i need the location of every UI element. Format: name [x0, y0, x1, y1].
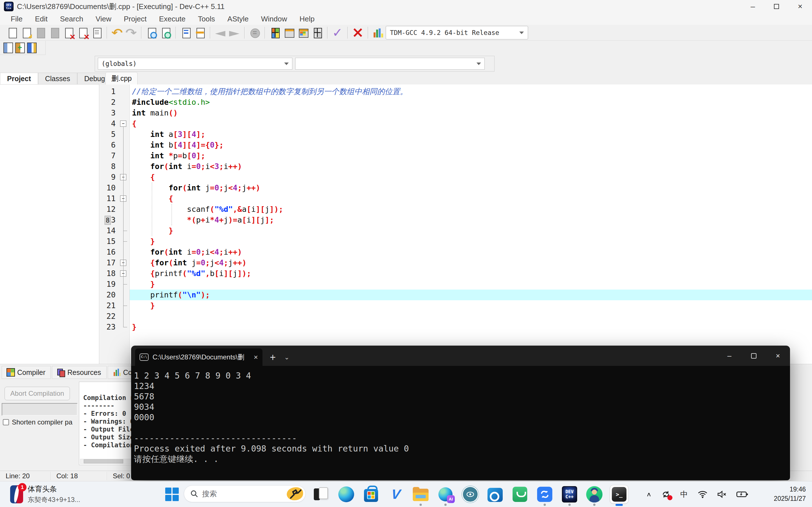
green-store-button[interactable] [507, 482, 532, 507]
menu-project[interactable]: Project [117, 15, 153, 23]
profile-icon[interactable] [371, 26, 385, 39]
eye-protect-button[interactable] [458, 482, 483, 507]
devcpp-button[interactable]: DEVC++ [557, 482, 582, 507]
ai-badge: AI [447, 495, 455, 503]
update-icon[interactable] [661, 490, 671, 499]
next-mark-icon[interactable] [193, 26, 207, 39]
close-icon[interactable] [62, 26, 75, 39]
replace-icon[interactable] [159, 26, 172, 39]
shorten-paths-checkbox[interactable] [3, 419, 9, 425]
tab-resources[interactable]: Resources [52, 366, 107, 379]
terminal-tab[interactable]: C:\Users\28769\Documents\删 × [135, 348, 262, 366]
minimize-button[interactable]: – [741, 0, 765, 13]
start-button[interactable] [165, 488, 179, 501]
new-project-icon[interactable] [268, 26, 282, 39]
compiler-select[interactable]: TDM-GCC 4.9.2 64-bit Release [386, 26, 528, 40]
maximize-icon [774, 4, 779, 9]
menu-view[interactable]: View [89, 15, 117, 23]
tab-compiler[interactable]: Compiler [2, 366, 51, 379]
battery-charging-icon[interactable] [737, 491, 748, 498]
clock[interactable]: 19:46 2025/11/27 [774, 485, 806, 503]
abort-run-icon[interactable] [248, 26, 261, 39]
scope-select-value: (globals) [101, 60, 137, 67]
window-icon[interactable] [282, 26, 296, 39]
member-select[interactable] [295, 58, 485, 69]
run-icon[interactable] [351, 26, 364, 39]
menu-astyle[interactable]: AStyle [221, 15, 255, 23]
new-icon[interactable] [5, 26, 19, 39]
volume-muted-icon[interactable] [717, 490, 727, 499]
tab-dropdown-icon[interactable]: ⌄ [284, 349, 289, 366]
search-highlight-icon [287, 487, 303, 500]
terminal-icon: >_ [612, 487, 626, 502]
wifi-icon[interactable] [698, 490, 708, 499]
open-icon[interactable] [19, 26, 33, 39]
close-all-icon[interactable] [76, 26, 89, 39]
folder-icon [413, 489, 428, 502]
project-panel[interactable] [0, 84, 99, 364]
save-all-icon[interactable] [48, 26, 61, 39]
ime-indicator[interactable]: 中 [680, 489, 688, 499]
tray-overflow-chevron-icon[interactable]: ∧ [646, 491, 652, 498]
task-view-button[interactable] [309, 482, 334, 507]
terminal-title-bar[interactable]: C:\Users\28769\Documents\删 × + ⌄ – × [131, 346, 790, 366]
store-button[interactable] [359, 482, 384, 507]
menu-file[interactable]: File [4, 15, 29, 23]
v-app-button[interactable]: V [384, 482, 408, 507]
close-button[interactable]: × [788, 0, 812, 13]
outlook-button[interactable] [483, 482, 507, 507]
undo-icon[interactable]: ↶ [110, 26, 124, 39]
forward-icon[interactable]: ► [227, 26, 241, 39]
editor-file-tab[interactable]: 删.cpp [105, 72, 138, 84]
file-explorer-button[interactable] [408, 482, 433, 507]
menu-edit[interactable]: Edit [29, 15, 54, 23]
terminal-window[interactable]: C:\Users\28769\Documents\删 × + ⌄ – × 1 2… [131, 346, 790, 480]
menu-help[interactable]: Help [293, 15, 320, 23]
project-options-icon[interactable] [296, 26, 310, 39]
menu-tools[interactable]: Tools [192, 15, 221, 23]
print-icon[interactable] [90, 26, 103, 39]
back-icon[interactable]: ◄ [213, 26, 227, 39]
chevron-down-icon [519, 32, 524, 34]
scrollbar-thumb[interactable] [84, 459, 123, 463]
menu-window[interactable]: Window [255, 15, 293, 23]
find-icon[interactable] [145, 26, 158, 39]
maximize-icon [751, 353, 756, 358]
terminal-taskbar-button[interactable]: >_ [607, 482, 631, 507]
new-tab-button[interactable]: + [270, 349, 276, 366]
green-bag-icon [513, 487, 527, 502]
terminal-minimize-button[interactable]: – [717, 346, 742, 366]
add-icon[interactable] [15, 43, 25, 53]
maximize-button[interactable] [765, 0, 788, 13]
edge-button[interactable] [334, 482, 359, 507]
sync-app-button[interactable] [532, 482, 557, 507]
menu-execute[interactable]: Execute [153, 15, 192, 23]
minimize-windows-icon[interactable] [310, 26, 324, 39]
fold-marker[interactable]: − [120, 121, 126, 127]
edge-ai-button[interactable]: AI [433, 482, 458, 507]
secondary-toolbar [0, 41, 46, 55]
code-editor[interactable]: 1//给定一个二维数组，使用指针把数组中的数字复制到另一个数组中相同的位置。2#… [99, 84, 812, 364]
tab-project[interactable]: Project [0, 73, 38, 84]
terminal-maximize-button[interactable] [742, 346, 766, 366]
edit-icon[interactable] [27, 43, 37, 53]
tab-close-icon[interactable]: × [254, 353, 258, 362]
terminal-close-button[interactable]: × [766, 346, 790, 366]
news-title: 体育头条 [28, 484, 80, 494]
shorten-paths-row: Shorten compiler pa [3, 418, 72, 426]
taskbar: 1 体育头条 东契奇43+9+13... 搜索 V AI DEVC++ >_ ∧ [0, 481, 812, 507]
save-icon[interactable] [34, 26, 47, 39]
compile-icon[interactable] [331, 26, 344, 39]
search-box[interactable]: 搜索 [184, 485, 306, 502]
scope-select[interactable]: (globals) [98, 58, 292, 69]
tab-classes[interactable]: Classes [38, 73, 77, 84]
goto-line-icon[interactable] [179, 26, 193, 39]
avatar-icon [586, 486, 603, 503]
abort-compilation-button[interactable]: Abort Compilation [4, 387, 70, 400]
widgets-button[interactable]: 1 体育头条 东契奇43+9+13... [10, 484, 80, 504]
terminal-output[interactable]: 1 2 3 4 5 6 7 8 9 0 3 41234567890340000-… [131, 366, 790, 480]
avatar-app-button[interactable] [582, 482, 607, 507]
redo-icon[interactable]: ↷ [124, 26, 138, 39]
menu-search[interactable]: Search [54, 15, 89, 23]
insert-icon[interactable] [3, 43, 13, 53]
